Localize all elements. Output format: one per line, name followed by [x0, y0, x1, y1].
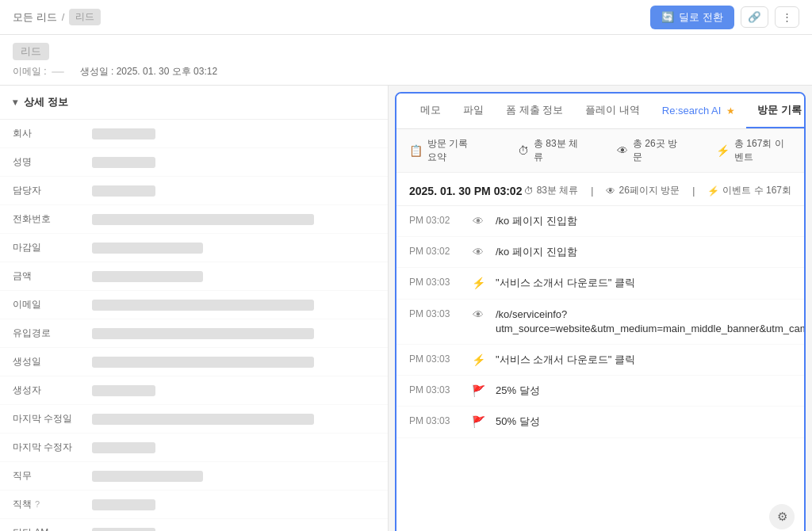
event-time: PM 03:03 [409, 414, 461, 426]
convert-label: 딜로 전환 [679, 10, 723, 25]
tab-files[interactable]: 파일 [452, 94, 495, 128]
lead-created-item: 생성일 : 2025. 01. 30 오후 03:12 [80, 65, 217, 78]
field-row: 직책? [0, 491, 388, 519]
main-content: ▾ 상세 정보 회사성명담당자전화번호마감일금액이메일유입경로생성일생성자마지막… [0, 86, 812, 531]
lead-name-tag: 리드 [13, 43, 49, 60]
field-label: 유입경로 [13, 327, 92, 340]
tab-play[interactable]: 플레이 내역 [574, 94, 651, 128]
event-time: PM 03:03 [409, 308, 461, 319]
lead-header: 리드 이메일 : 생성일 : 2025. 01. 30 오후 03:12 [0, 35, 812, 86]
summary-overview: 📋 방문 기록 요약 [409, 137, 479, 164]
session-events-icon: ⚡ [707, 185, 719, 197]
convert-deal-button[interactable]: 🔄 딜로 전환 [650, 6, 734, 29]
field-label: 마지막 수정일 [13, 412, 92, 426]
right-panel-inner: 📋 방문 기록 요약 ⏱ 총 83분 체류 👁 총 26곳 방문 ⚡ 총 167… [396, 129, 804, 531]
visit-icon: 👁 [617, 144, 628, 157]
field-row: 회사 [0, 120, 388, 148]
field-row: 생성자 [0, 376, 388, 405]
event-text: /ko 페이지 진입함 [496, 245, 791, 259]
session-events-label: 이벤트 수 167회 [722, 184, 791, 197]
field-label: 생성일 [13, 355, 92, 369]
email-label: 이메일 : [13, 65, 47, 78]
event-icon: ⚡ [470, 353, 486, 366]
time-icon: ⏱ [518, 144, 529, 157]
summary-time-label: 총 83분 체류 [534, 137, 578, 164]
summary-events-label: 총 167회 이벤트 [734, 137, 791, 164]
events-list: PM 03:02👁/ko 페이지 진입함PM 03:02👁/ko 페이지 진입함… [396, 206, 804, 438]
tab-research[interactable]: Re:search AI ★ [651, 95, 746, 128]
field-row: 마지막 수정일 [0, 405, 388, 434]
field-label: 직책? [13, 498, 92, 511]
field-row: 금액 [0, 262, 388, 291]
chevron-icon: ▾ [13, 97, 17, 108]
event-row: PM 03:02👁/ko 페이지 진입함 [396, 206, 804, 237]
tab-form[interactable]: 폼 제출 정보 [495, 94, 574, 128]
session-sep-1: | [591, 185, 593, 197]
event-time: PM 03:03 [409, 353, 461, 365]
event-text: 50% 달성 [496, 414, 791, 429]
summary-time: ⏱ 총 83분 체류 [518, 137, 578, 164]
gear-button[interactable]: ⚙ [769, 504, 795, 529]
field-row: 전화번호 [0, 205, 388, 234]
event-icon: ⚡ [716, 144, 730, 157]
breadcrumb-root[interactable]: 모든 리드 [13, 10, 57, 25]
summary-label: 방문 기록 요약 [427, 137, 479, 164]
event-icon: 🚩 [470, 414, 486, 428]
tab-bar: 메모 파일 폼 제출 정보 플레이 내역 Re:search AI ★ 방문 기… [396, 94, 804, 129]
event-row: PM 03:03⚡"서비스 소개서 다운로드" 클릭 [396, 345, 804, 376]
section-title: 상세 정보 [24, 95, 68, 109]
session-meta-pages: 👁 26페이지 방문 [606, 184, 680, 197]
event-text: "서비스 소개서 다운로드" 클릭 [496, 353, 791, 367]
field-value [92, 414, 314, 425]
session-meta-events: ⚡ 이벤트 수 167회 [707, 184, 791, 197]
field-label: 생성자 [13, 384, 92, 397]
event-time: PM 03:03 [409, 276, 461, 288]
created-label: 생성일 : 2025. 01. 30 오후 03:12 [80, 65, 217, 78]
top-bar: 모든 리드 / 리드 🔄 딜로 전환 🔗 ⋮ [0, 0, 812, 35]
research-star-icon: ★ [726, 105, 735, 117]
field-value [92, 499, 155, 510]
field-row: 이메일 [0, 291, 388, 319]
event-icon: 👁 [470, 308, 486, 321]
tab-visits[interactable]: 방문 기록 [746, 94, 806, 128]
field-value [92, 214, 314, 225]
field-value [92, 357, 314, 368]
field-value [92, 157, 155, 168]
field-value [92, 528, 155, 532]
field-value [92, 243, 203, 254]
session-header: 2025. 01. 30 PM 03:02 ⏱ 83분 체류 | 👁 26페이지… [396, 173, 804, 206]
event-icon: ⚡ [470, 276, 486, 289]
event-row: PM 03:03🚩25% 달성 [396, 376, 804, 407]
tab-memo[interactable]: 메모 [409, 94, 452, 128]
breadcrumb-separator: / [62, 11, 65, 23]
event-row: PM 03:03⚡"서비스 소개서 다운로드" 클릭 [396, 268, 804, 299]
field-label: 담당자 [13, 184, 92, 197]
breadcrumb: 모든 리드 / 리드 [13, 9, 101, 25]
more-button[interactable]: ⋮ [775, 6, 799, 28]
summary-icon: 📋 [409, 144, 423, 157]
field-label: 금액 [13, 269, 92, 283]
summary-visits-label: 총 26곳 방문 [633, 137, 677, 164]
field-value [92, 271, 203, 282]
session-meta: ⏱ 83분 체류 | 👁 26페이지 방문 | ⚡ 이벤트 수 167회 [524, 184, 791, 197]
more-icon: ⋮ [782, 11, 792, 23]
session-time-icon: ⏱ [524, 185, 534, 197]
session-sep-2: | [692, 185, 695, 197]
field-value [92, 300, 314, 311]
field-label: 직무 [13, 469, 92, 483]
event-row: PM 03:02👁/ko 페이지 진입함 [396, 237, 804, 268]
field-label: 성명 [13, 155, 92, 169]
summary-events: ⚡ 총 167회 이벤트 [716, 137, 791, 164]
summary-visits: 👁 총 26곳 방문 [617, 137, 677, 164]
section-header-details[interactable]: ▾ 상세 정보 [0, 86, 388, 120]
top-actions: 🔄 딜로 전환 🔗 ⋮ [650, 6, 799, 29]
field-help-icon: ? [35, 499, 40, 509]
event-time: PM 03:03 [409, 384, 461, 395]
left-panel: ▾ 상세 정보 회사성명담당자전화번호마감일금액이메일유입경로생성일생성자마지막… [0, 86, 389, 531]
link-button[interactable]: 🔗 [741, 6, 768, 28]
event-icon: 👁 [470, 214, 486, 227]
field-label: 회사 [13, 127, 92, 140]
field-value [92, 128, 155, 139]
event-text: /ko 페이지 진입함 [496, 214, 791, 228]
session-time-label: 83분 체류 [537, 184, 579, 197]
